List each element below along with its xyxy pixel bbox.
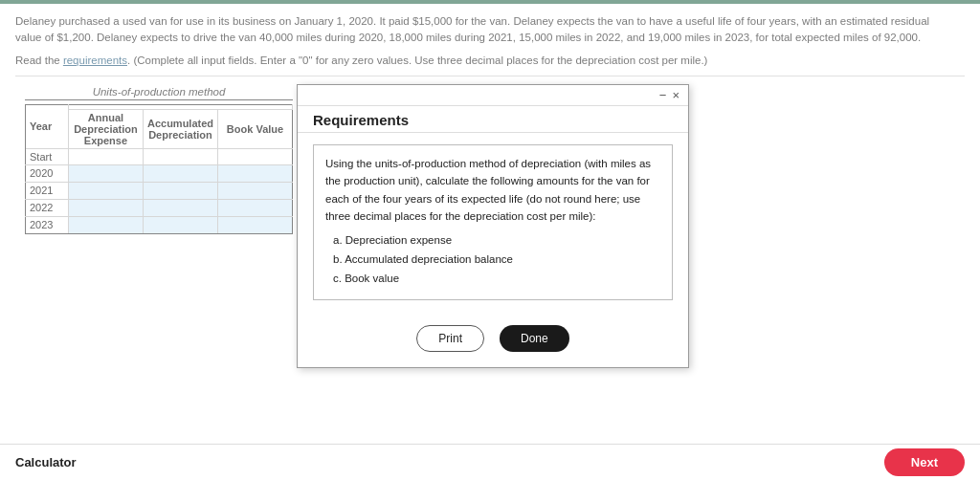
calculator-label: Calculator <box>15 455 77 469</box>
done-button[interactable]: Done <box>500 325 569 352</box>
next-button[interactable]: Next <box>884 448 965 476</box>
bottom-bar: Calculator Next <box>0 444 980 480</box>
item-c-label: c. <box>333 273 342 284</box>
modal-content-box: Using the units-of-production method of … <box>313 144 673 300</box>
modal-title: Requirements <box>298 106 688 133</box>
modal-footer: Print Done <box>298 312 688 367</box>
item-c-text: Book value <box>345 273 399 284</box>
list-item-b: b. Accumulated depreciation balance <box>333 251 660 268</box>
item-b-label: b. <box>333 253 343 265</box>
modal-body: Using the units-of-production method of … <box>298 133 688 312</box>
item-a-label: a. <box>333 234 343 246</box>
print-button[interactable]: Print <box>416 325 484 352</box>
modal-items-list: a. Depreciation expense b. Accumulated d… <box>325 231 660 288</box>
modal-minimize-button[interactable]: − <box>657 89 670 101</box>
list-item-a: a. Depreciation expense <box>333 231 660 249</box>
item-a-text: Depreciation expense <box>345 234 452 246</box>
item-b-text: Accumulated depreciation balance <box>345 253 513 265</box>
list-item-c: c. Book value <box>333 270 660 287</box>
modal-intro-text: Using the units-of-production method of … <box>325 155 660 226</box>
modal-titlebar: − × <box>298 85 688 106</box>
modal-overlay: − × Requirements Using the units-of-prod… <box>0 0 980 480</box>
modal-close-button[interactable]: × <box>669 89 682 101</box>
requirements-modal: − × Requirements Using the units-of-prod… <box>297 84 689 368</box>
